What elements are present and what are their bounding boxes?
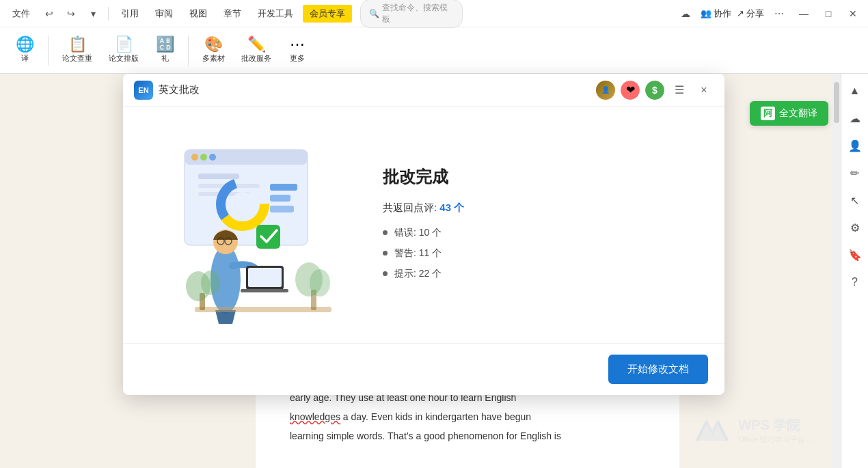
correction-label: 批改服务 <box>241 53 271 64</box>
correction-icon: ✏️ <box>247 37 266 52</box>
search-placeholder: 查找命令、搜索模板 <box>382 2 454 25</box>
right-sidebar: ▲ ☁ 👤 ✏ ↖ ⚙ 🔖 ? <box>841 74 868 468</box>
dialog-overlay: EN 英文批改 👤 ❤ $ ☰ × <box>123 74 724 395</box>
warning-label: 警告: 11 个 <box>394 247 442 260</box>
hint-label: 提示: 22 个 <box>394 268 442 280</box>
svg-rect-22 <box>241 289 288 292</box>
sep1 <box>108 7 109 20</box>
extra-icon: 🔠 <box>156 37 174 52</box>
paper-check-icon: 📋 <box>68 37 87 52</box>
share-label: 分享 <box>746 8 764 20</box>
close-icon[interactable]: ✕ <box>843 4 863 23</box>
avatar-heart-img: ❤ <box>621 81 640 100</box>
svg-rect-5 <box>198 174 239 179</box>
paper-check-tool[interactable]: 📋 论文查重 <box>55 34 99 66</box>
more-tool-icon: ⋯ <box>290 37 305 52</box>
tool-sep1 <box>48 36 49 66</box>
more-icon[interactable]: ▾ <box>83 4 103 23</box>
more-tool[interactable]: ⋯ 更多 <box>281 34 314 66</box>
correction-tool[interactable]: ✏️ 批改服务 <box>234 34 278 66</box>
minimize-icon[interactable]: — <box>794 4 813 23</box>
svg-point-4 <box>209 154 216 161</box>
media-label: 多素材 <box>202 53 225 64</box>
search-box[interactable]: 🔍 查找命令、搜索模板 <box>360 0 463 28</box>
menu-shitu[interactable]: 视图 <box>182 5 214 23</box>
toolbar-bottom: 🌐 译 📋 论文查重 📄 论文排版 🔠 礼 🎨 多素材 ✏️ 批改服务 ⋯ 更多 <box>0 27 868 73</box>
svg-rect-12 <box>270 195 290 202</box>
menu-kaifagongju[interactable]: 开发工具 <box>251 5 300 23</box>
redo-icon[interactable]: ↪ <box>62 4 81 23</box>
extra-tool[interactable]: 🔠 礼 <box>148 34 181 66</box>
avatar-dollar[interactable]: $ <box>645 81 664 100</box>
sidebar-help-icon[interactable]: ? <box>843 271 867 294</box>
translation-label: 全文翻译 <box>779 107 817 120</box>
translation-button[interactable]: 阿 全文翻译 <box>750 101 828 126</box>
media-tool[interactable]: 🎨 多素材 <box>195 34 232 66</box>
paper-layout-label: 论文排版 <box>109 53 139 64</box>
doc-line3: learning simple words. That's a good phe… <box>290 430 561 441</box>
summary-prefix: 共返回点评: <box>383 202 439 213</box>
avatar-user1[interactable]: 👤 <box>596 81 615 100</box>
paper-layout-icon: 📄 <box>115 37 133 52</box>
result-summary: 共返回点评: 43 个 <box>383 202 697 215</box>
sidebar-edit-icon[interactable]: ✏ <box>843 161 867 184</box>
maximize-icon[interactable]: □ <box>819 4 838 23</box>
sidebar-cloud-icon[interactable]: ☁ <box>843 107 867 130</box>
hint-dot <box>383 271 388 276</box>
dialog-header: EN 英文批改 👤 ❤ $ ☰ × <box>123 74 724 107</box>
avatar-heart[interactable]: ❤ <box>621 81 640 100</box>
undo-icon[interactable]: ↩ <box>40 4 59 23</box>
dialog-menu-icon[interactable]: ☰ <box>670 81 689 100</box>
dialog-logo: EN <box>134 81 153 100</box>
result-item-warning: 警告: 11 个 <box>383 247 697 260</box>
menu-yinyong[interactable]: 引用 <box>114 5 146 23</box>
error-label: 错误: 10 个 <box>394 227 442 239</box>
share-icon: ↗ <box>737 8 744 18</box>
more-tool-label: 更多 <box>290 53 305 64</box>
media-icon: 🎨 <box>204 37 223 52</box>
svg-point-26 <box>201 271 220 295</box>
tool-sep2 <box>188 36 189 66</box>
sidebar-cursor-icon[interactable]: ↖ <box>843 189 867 212</box>
svg-point-2 <box>191 154 198 161</box>
cooperate-icon: 👥 <box>701 8 711 18</box>
svg-rect-21 <box>248 268 282 287</box>
toolbar: 文件 ↩ ↪ ▾ 引用 审阅 视图 章节 开发工具 会员专享 🔍 查找命令、搜索… <box>0 0 868 74</box>
share-btn[interactable]: ↗ 分享 <box>737 8 764 20</box>
svg-rect-11 <box>270 184 297 191</box>
dialog-illustration <box>123 107 355 343</box>
dialog-info: 批改完成 共返回点评: 43 个 错误: 10 个 警告: 11 个 提示: 2… <box>355 107 724 343</box>
cooperate-label: 协作 <box>714 8 731 20</box>
doc-knowledges: knowledges <box>290 411 340 422</box>
dialog-footer: 开始修改文档 <box>123 343 724 395</box>
paper-check-label: 论文查重 <box>62 53 92 64</box>
toolbar-right: ☁ 👥 协作 ↗ 分享 ⋯ — □ ✕ <box>676 4 863 23</box>
menu-zhangjie[interactable]: 章节 <box>217 5 248 23</box>
svg-rect-14 <box>256 225 280 249</box>
sidebar-settings-icon[interactable]: ⚙ <box>843 216 867 239</box>
sidebar-stamp-icon[interactable]: 🔖 <box>843 243 867 266</box>
start-edit-button[interactable]: 开始修改文档 <box>608 355 708 384</box>
result-title: 批改完成 <box>383 166 697 188</box>
dialog-close-icon[interactable]: × <box>694 81 714 100</box>
illustration-svg <box>137 122 342 327</box>
menu-huiyuan[interactable]: 会员专享 <box>303 5 352 23</box>
more-options-icon[interactable]: ⋯ <box>770 4 789 23</box>
cooperate-btn[interactable]: 👥 协作 <box>701 8 731 20</box>
translate-label: 译 <box>21 53 29 64</box>
warning-dot <box>383 251 388 256</box>
dialog-header-right: 👤 ❤ $ ☰ × <box>596 81 714 100</box>
avatar-dollar-img: $ <box>645 81 664 100</box>
sidebar-up-icon[interactable]: ▲ <box>843 79 867 102</box>
sidebar-person-icon[interactable]: 👤 <box>843 134 867 157</box>
cloud-icon[interactable]: ☁ <box>676 4 695 23</box>
menu-shenyue[interactable]: 审阅 <box>148 5 180 23</box>
dialog-title: 英文批改 <box>159 83 200 96</box>
scroll-indicator[interactable] <box>832 74 841 468</box>
menu-file[interactable]: 文件 <box>5 5 37 23</box>
paper-layout-tool[interactable]: 📄 论文排版 <box>102 34 146 66</box>
translate-tool[interactable]: 🌐 译 <box>8 34 41 66</box>
svg-point-29 <box>310 269 330 297</box>
result-item-hint: 提示: 22 个 <box>383 268 697 280</box>
result-item-error: 错误: 10 个 <box>383 227 697 239</box>
